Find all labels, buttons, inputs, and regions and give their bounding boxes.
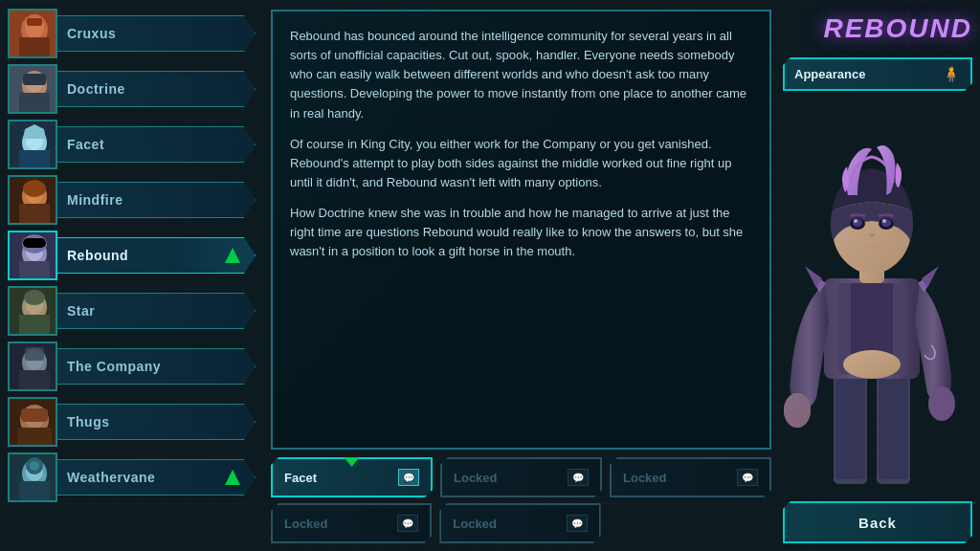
char-name-mindfire: Mindfire	[67, 192, 122, 208]
info-box: Rebound has bounced around the intellige…	[271, 10, 771, 450]
back-button[interactable]: Back	[783, 501, 972, 543]
char-name-bar-doctrine[interactable]: Doctrine	[57, 71, 256, 107]
svg-rect-5	[27, 18, 42, 26]
svg-rect-24	[19, 261, 50, 280]
char-name-weathervane: Weathervane	[67, 470, 155, 485]
char-item-facet[interactable]: Facet	[8, 119, 256, 170]
chat-icon-locked-1: 💬	[568, 469, 589, 486]
buttons-area: Facet 💬 Locked 💬 Locked 💬 Locked	[271, 457, 771, 543]
avatar-rebound	[8, 231, 57, 280]
avatar-mindfire	[8, 175, 57, 225]
char-name-thugs: Thugs	[67, 414, 110, 430]
chat-icon-locked-2: 💬	[737, 469, 758, 486]
svg-point-47	[30, 461, 39, 471]
svg-point-20	[23, 180, 46, 197]
appearance-button[interactable]: Appearance 🧍	[783, 57, 972, 91]
char-name-bar-rebound[interactable]: Rebound	[57, 237, 256, 274]
action-btn-locked-1-label: Locked	[454, 471, 498, 485]
svg-rect-41	[21, 408, 48, 422]
svg-rect-36	[25, 347, 44, 361]
char-item-cruxus[interactable]: Cruxus	[8, 8, 256, 59]
info-paragraph-2: Of course in King City, you either work …	[290, 135, 752, 192]
char-name-bar-facet[interactable]: Facet	[57, 126, 256, 163]
char-name-bar-company[interactable]: The Company	[57, 348, 256, 385]
action-btn-locked-1: Locked 💬	[440, 457, 602, 497]
char-item-thugs[interactable]: Thugs	[8, 396, 256, 448]
action-btn-locked-3: Locked 💬	[271, 503, 432, 543]
appearance-label: Appearance	[794, 67, 865, 81]
svg-rect-40	[17, 428, 52, 447]
char-name-star: Star	[67, 303, 95, 319]
avatar-facet	[8, 120, 57, 169]
svg-rect-51	[879, 369, 908, 479]
char-item-star[interactable]: Star	[8, 285, 256, 337]
action-btn-locked-3-label: Locked	[284, 517, 328, 531]
action-btn-facet[interactable]: Facet 💬	[271, 457, 433, 497]
info-paragraph-3: How Doctrine knew she was in trouble and…	[290, 204, 752, 261]
info-text: Rebound has bounced around the intellige…	[290, 27, 752, 262]
svg-point-55	[843, 350, 901, 379]
active-indicator-top	[345, 457, 360, 467]
svg-rect-19	[19, 204, 50, 225]
svg-point-31	[24, 290, 45, 305]
action-btn-locked-4: Locked 💬	[439, 503, 600, 543]
avatar-star	[8, 286, 57, 336]
middle-panel: Rebound has bounced around the intellige…	[263, 0, 779, 551]
char-title-text: Rebound	[823, 13, 972, 43]
chat-icon-facet: 💬	[398, 469, 419, 486]
char-item-rebound[interactable]: Rebound	[8, 230, 256, 281]
character-list: Cruxus Doctrine	[0, 0, 263, 551]
right-panel: Rebound Appearance 🧍	[779, 0, 980, 551]
button-row-2: Locked 💬 Locked 💬	[271, 503, 771, 543]
char-name-company: The Company	[67, 359, 161, 374]
char-name-bar-star[interactable]: Star	[57, 293, 256, 329]
char-title: Rebound	[783, 8, 972, 50]
active-indicator-rebound	[225, 248, 240, 263]
action-btn-facet-label: Facet	[284, 471, 317, 485]
svg-rect-10	[23, 74, 46, 85]
svg-point-65	[854, 219, 858, 223]
char-item-doctrine[interactable]: Doctrine	[8, 63, 256, 115]
back-label: Back	[858, 515, 897, 531]
char-item-mindfire[interactable]: Mindfire	[8, 174, 256, 226]
action-btn-locked-2: Locked 💬	[610, 457, 771, 497]
svg-rect-35	[19, 370, 50, 391]
svg-rect-26	[23, 238, 46, 248]
char-name-bar-weathervane[interactable]: Weathervane	[57, 459, 256, 496]
avatar-company	[8, 342, 57, 391]
avatar-doctrine	[8, 64, 57, 114]
indicator-weathervane	[225, 470, 240, 485]
svg-point-57	[784, 393, 811, 428]
info-paragraph-1: Rebound has bounced around the intellige…	[290, 27, 752, 123]
char-item-company[interactable]: The Company	[8, 341, 256, 392]
chat-icon-locked-3: 💬	[397, 515, 418, 532]
char-name-rebound: Rebound	[67, 248, 128, 263]
avatar-weathervane	[8, 452, 57, 502]
char-portrait	[783, 99, 972, 494]
svg-point-58	[928, 386, 955, 421]
button-row-1: Facet 💬 Locked 💬 Locked 💬	[271, 457, 771, 497]
action-btn-locked-2-label: Locked	[623, 471, 667, 485]
svg-rect-14	[19, 150, 50, 169]
svg-rect-45	[19, 481, 50, 502]
char-name-bar-thugs[interactable]: Thugs	[57, 404, 256, 440]
svg-rect-3	[19, 37, 50, 58]
char-name-doctrine: Doctrine	[67, 81, 125, 97]
person-icon: 🧍	[942, 65, 961, 83]
char-name-bar-mindfire[interactable]: Mindfire	[57, 182, 256, 218]
chat-icon-locked-4: 💬	[567, 515, 588, 532]
char-item-weathervane[interactable]: Weathervane	[8, 452, 256, 503]
action-btn-locked-4-label: Locked	[453, 517, 497, 531]
svg-point-66	[882, 219, 886, 223]
svg-rect-30	[19, 315, 50, 336]
svg-rect-9	[19, 93, 50, 114]
avatar-cruxus	[8, 9, 57, 58]
char-name-facet: Facet	[67, 137, 104, 152]
svg-rect-50	[835, 369, 865, 479]
avatar-thugs	[8, 397, 57, 447]
char-name-bar-cruxus[interactable]: Cruxus	[57, 15, 256, 52]
char-name-cruxus: Cruxus	[67, 26, 116, 41]
